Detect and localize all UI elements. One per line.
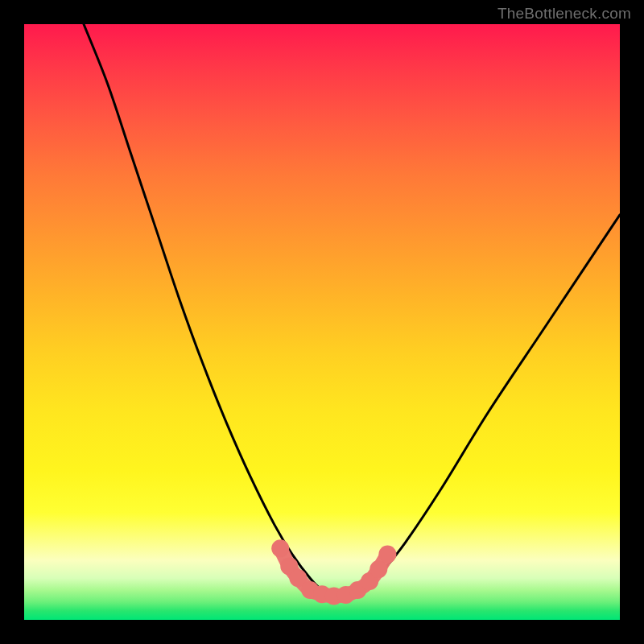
bottleneck-curve-svg: [24, 24, 620, 620]
fit-marker: [271, 539, 289, 557]
bottleneck-curve: [84, 24, 620, 596]
watermark-text: TheBottleneck.com: [497, 5, 631, 23]
plot-area: [24, 24, 620, 620]
fit-marker: [378, 546, 396, 564]
chart-frame: TheBottleneck.com: [0, 0, 644, 644]
fit-marker: [369, 560, 387, 578]
